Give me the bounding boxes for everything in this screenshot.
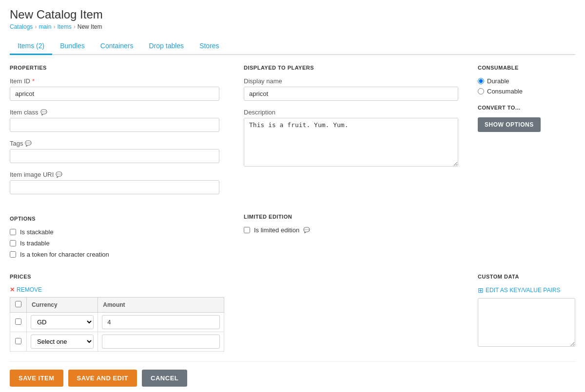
prices-header-check (10, 298, 27, 313)
top-right-empty (478, 214, 575, 262)
tab-items[interactable]: Items (2) (10, 38, 52, 55)
convert-section: CONVERT TO... SHOW OPTIONS (478, 105, 575, 132)
consumable-radio-group: Durable Consumable (478, 77, 575, 95)
breadcrumb-main[interactable]: main (39, 23, 51, 30)
limited-edition-section: LIMITED EDITION Is limited edition 💬 (244, 214, 458, 262)
edit-kv-label: EDIT AS KEY/VALUE PAIRS (486, 287, 560, 294)
item-image-uri-label: Item image URI (10, 171, 54, 178)
consumable-radio-item[interactable]: Consumable (478, 88, 575, 95)
remove-x-icon: ✕ (10, 286, 15, 293)
item-class-input[interactable] (10, 118, 219, 132)
tab-bundles[interactable]: Bundles (52, 38, 93, 55)
item-class-label: Item class (10, 109, 39, 116)
item-image-uri-comment-icon[interactable]: 💬 (56, 171, 62, 178)
convert-title: CONVERT TO... (478, 105, 575, 111)
display-name-label: Display name (244, 77, 458, 85)
item-class-group: Item class 💬 (10, 109, 219, 132)
custom-data-title: CUSTOM DATA (478, 274, 575, 280)
prices-currency-header: Currency (27, 298, 98, 313)
tradable-label: Is tradable (20, 240, 50, 247)
stackable-checkbox-item[interactable]: Is stackable (10, 228, 224, 236)
row1-checkbox[interactable] (15, 318, 21, 325)
stackable-label: Is stackable (20, 228, 54, 236)
breadcrumb-current: New Item (78, 23, 102, 30)
tabs-bar: Items (2) Bundles Containers Drop tables… (10, 38, 575, 55)
token-checkbox-item[interactable]: Is a token for character creation (10, 251, 224, 258)
display-name-input[interactable] (244, 87, 458, 101)
tab-stores[interactable]: Stores (192, 38, 227, 55)
remove-label: REMOVE (17, 286, 42, 293)
durable-label: Durable (487, 77, 509, 85)
row2-currency-select[interactable]: Select one GD VC (31, 335, 94, 349)
token-checkbox[interactable] (10, 251, 16, 258)
breadcrumb: Catalogs › main › Items › New Item (10, 23, 575, 30)
consumable-label: Consumable (487, 88, 523, 95)
description-group: Description This is a fruit. Yum. Yum. (244, 109, 458, 168)
durable-radio[interactable] (478, 78, 484, 84)
breadcrumb-catalogs[interactable]: Catalogs (10, 23, 33, 30)
prices-amount-header: Amount (98, 298, 224, 313)
tab-drop-tables[interactable]: Drop tables (141, 38, 192, 55)
row1-amount-input[interactable] (102, 315, 220, 329)
consumable-title: CONSUMABLE (478, 65, 575, 71)
custom-data-section: CUSTOM DATA ⊞ EDIT AS KEY/VALUE PAIRS (478, 274, 575, 348)
row2-checkbox[interactable] (15, 338, 21, 344)
options-section: OPTIONS Is stackable Is tradable Is a to… (10, 216, 224, 262)
tags-label: Tags (10, 140, 23, 147)
edit-kv-icon: ⊞ (478, 286, 484, 294)
properties-section: PROPERTIES Item ID * Item class 💬 Tags (10, 65, 224, 202)
edit-kv-link[interactable]: ⊞ EDIT AS KEY/VALUE PAIRS (478, 286, 575, 294)
limited-checkbox[interactable] (244, 227, 250, 233)
prices-section: PRICES ✕ REMOVE Currency Amount (10, 274, 224, 352)
breadcrumb-items[interactable]: Items (57, 23, 71, 30)
row2-amount-input[interactable] (102, 335, 220, 349)
prices-table: Currency Amount GD VC (10, 297, 224, 352)
item-image-uri-group: Item image URI 💬 (10, 171, 219, 194)
tradable-checkbox-item[interactable]: Is tradable (10, 240, 224, 247)
footer-buttons: SAVE ITEM SAVE AND EDIT CANCEL (10, 361, 575, 387)
page-title: New Catalog Item (10, 8, 575, 21)
token-label: Is a token for character creation (20, 251, 109, 258)
stackable-checkbox[interactable] (10, 229, 16, 235)
prices-select-all-checkbox[interactable] (15, 301, 21, 307)
tags-comment-icon[interactable]: 💬 (25, 140, 32, 147)
item-id-input[interactable] (10, 87, 219, 101)
limited-comment-icon[interactable]: 💬 (303, 227, 310, 233)
required-star: * (32, 77, 35, 85)
limited-edition-title: LIMITED EDITION (244, 214, 458, 220)
displayed-section: DISPLAYED TO PLAYERS Display name Descri… (244, 65, 458, 202)
description-textarea[interactable]: This is a fruit. Yum. Yum. (244, 118, 458, 167)
limited-label: Is limited edition (254, 226, 299, 234)
show-options-button[interactable]: SHOW OPTIONS (478, 117, 541, 132)
tradable-checkbox[interactable] (10, 240, 16, 246)
save-and-edit-button[interactable]: SAVE AND EDIT (68, 370, 137, 387)
options-title: OPTIONS (10, 216, 224, 222)
displayed-title: DISPLAYED TO PLAYERS (244, 65, 458, 71)
consumable-section: CONSUMABLE Durable Consumable CONVERT TO… (478, 65, 575, 202)
tab-containers[interactable]: Containers (93, 38, 141, 55)
remove-link[interactable]: ✕ REMOVE (10, 286, 224, 293)
item-id-label: Item ID (10, 77, 30, 85)
item-id-group: Item ID * (10, 77, 219, 101)
description-label: Description (244, 109, 458, 116)
custom-data-textarea[interactable] (478, 298, 575, 347)
save-item-button[interactable]: SAVE ITEM (10, 370, 63, 387)
prices-title: PRICES (10, 274, 224, 280)
tags-input[interactable] (10, 149, 219, 163)
consumable-radio[interactable] (478, 88, 484, 94)
table-row: Select one GD VC (10, 332, 224, 352)
item-class-comment-icon[interactable]: 💬 (40, 109, 47, 115)
durable-radio-item[interactable]: Durable (478, 77, 575, 85)
properties-title: PROPERTIES (10, 65, 219, 71)
item-image-uri-input[interactable] (10, 180, 219, 194)
limited-checkbox-item[interactable]: Is limited edition 💬 (244, 226, 458, 234)
cancel-button[interactable]: CANCEL (142, 370, 187, 387)
table-row: GD VC (10, 313, 224, 332)
tags-group: Tags 💬 (10, 140, 219, 163)
display-name-group: Display name (244, 77, 458, 101)
row1-currency-select[interactable]: GD VC (31, 315, 94, 329)
